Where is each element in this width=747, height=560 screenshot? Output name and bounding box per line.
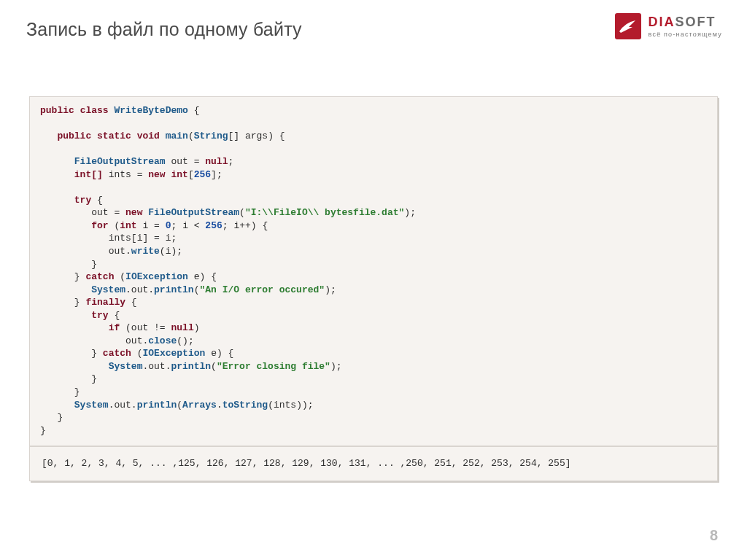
program-output: [0, 1, 2, 3, 4, 5, ... ,125, 126, 127, 1… bbox=[29, 446, 718, 481]
brand-logo: DIASOFT всё по-настоящему bbox=[615, 13, 722, 39]
code-block: public class WriteByteDemo { public stat… bbox=[29, 96, 718, 446]
page-number: 8 bbox=[710, 527, 718, 544]
brand-tagline: всё по-настоящему bbox=[649, 31, 722, 38]
brand-name: DIASOFT bbox=[649, 15, 722, 28]
logo-mark-icon bbox=[615, 13, 641, 39]
slide-title: Запись в файл по одному байту bbox=[26, 19, 302, 40]
